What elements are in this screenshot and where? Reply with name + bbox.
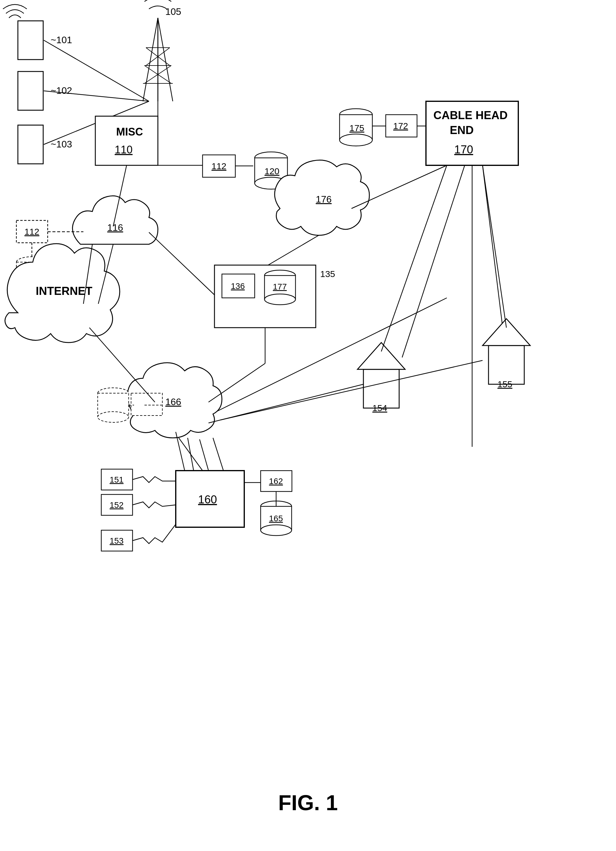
label-151: 151 xyxy=(110,475,124,484)
label-176: 176 xyxy=(316,194,332,204)
svg-point-56 xyxy=(98,412,129,422)
box-152: 152 xyxy=(101,495,132,515)
misc-label: MISC xyxy=(116,126,143,138)
label-136: 136 xyxy=(231,281,245,291)
box-172: 172 xyxy=(386,115,417,137)
label-154: 154 xyxy=(373,403,387,413)
svg-rect-3 xyxy=(18,125,43,164)
svg-point-79 xyxy=(261,525,291,535)
misc-sublabel: 110 xyxy=(115,144,132,156)
label-153: 153 xyxy=(110,536,124,546)
label-116: 116 xyxy=(107,222,123,233)
label-160: 160 xyxy=(198,493,217,506)
label-101: ~101 xyxy=(51,35,72,45)
label-162: 162 xyxy=(269,477,283,486)
label-175: 175 xyxy=(349,123,364,133)
label-102: ~102 xyxy=(51,85,72,96)
svg-rect-57 xyxy=(131,393,162,415)
svg-rect-2 xyxy=(18,72,43,110)
label-166: 166 xyxy=(165,397,181,407)
label-172: 172 xyxy=(393,121,408,131)
fig-label: FIG. 1 xyxy=(278,791,338,815)
box-153: 153 xyxy=(101,530,132,551)
cable-head-label2: END xyxy=(450,124,473,137)
label-105: 105 xyxy=(165,6,181,17)
svg-rect-0 xyxy=(0,0,616,851)
label-165: 165 xyxy=(269,514,283,523)
box-151: 151 xyxy=(101,469,132,490)
svg-rect-65 xyxy=(488,346,524,384)
svg-rect-1 xyxy=(18,21,43,60)
box-166-dashed xyxy=(131,393,162,415)
svg-point-45 xyxy=(264,294,296,305)
label-112-left: 112 xyxy=(24,227,39,236)
label-155: 155 xyxy=(497,379,512,389)
cable-head-end-box: CABLE HEAD END 170 xyxy=(426,101,518,165)
box-162: 162 xyxy=(261,471,292,492)
box-112-left-dashed: 112 xyxy=(17,220,48,243)
box-136: 136 xyxy=(222,274,255,298)
cable-head-label: CABLE HEAD xyxy=(433,109,508,122)
cylinder-177: 177 xyxy=(264,270,296,305)
network-diagram: ~101 ~102 ~103 105 MISC 110 xyxy=(0,0,616,851)
svg-rect-17 xyxy=(95,116,158,165)
label-135: 135 xyxy=(320,269,335,279)
label-177: 177 xyxy=(273,282,287,291)
misc-box-110: MISC 110 xyxy=(95,116,158,165)
db-166-left-dashed xyxy=(98,388,129,422)
label-112-top: 112 xyxy=(212,161,226,171)
cylinder-175: 175 xyxy=(340,109,373,146)
svg-point-30 xyxy=(340,134,373,146)
box-160: 160 xyxy=(176,471,244,527)
cable-head-sublabel: 170 xyxy=(454,143,473,156)
label-152: 152 xyxy=(110,501,124,510)
box-112-top: 112 xyxy=(203,155,235,177)
label-120: 120 xyxy=(264,166,279,176)
internet-label: INTERNET xyxy=(36,285,92,297)
svg-rect-63 xyxy=(364,369,399,408)
